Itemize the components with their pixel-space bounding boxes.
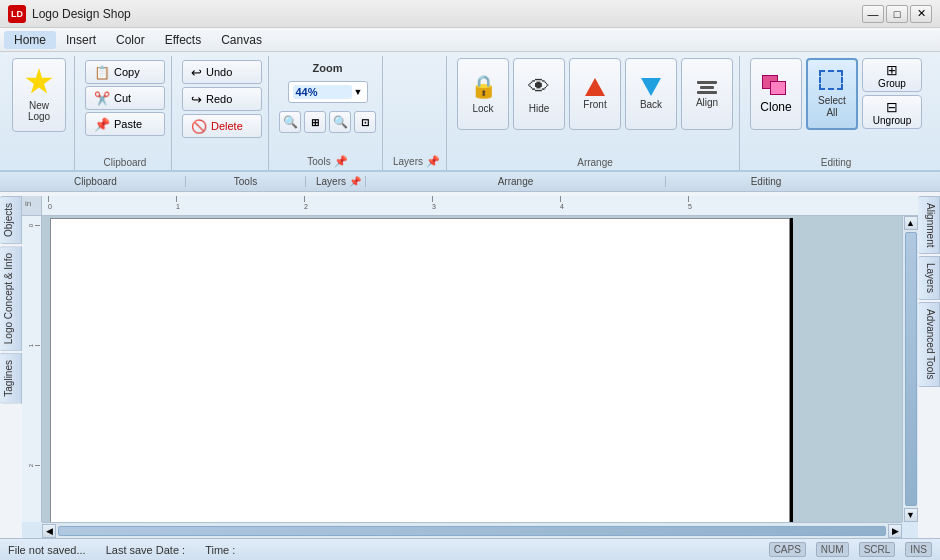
menu-insert[interactable]: Insert: [56, 31, 106, 49]
ruler-mark-3: 3: [432, 196, 436, 210]
front-icon: [585, 78, 605, 96]
ruler-mark-4: 4: [560, 196, 564, 210]
canvas-page: [50, 218, 790, 522]
hide-label: Hide: [529, 103, 550, 114]
sidebar-tab-taglines[interactable]: Taglines: [0, 353, 22, 404]
window-controls: — □ ✕: [862, 5, 932, 23]
hide-button[interactable]: 👁 Hide: [513, 58, 565, 130]
ungroup-icon: ⊟: [886, 99, 898, 115]
tools-section-label: Tools: [186, 176, 306, 187]
copy-button[interactable]: 📋 Copy: [85, 60, 165, 84]
undo-section: ↩ Undo ↪ Redo 🚫 Delete: [176, 56, 269, 170]
scroll-thumb-h[interactable]: [58, 526, 886, 536]
zoom-out-button[interactable]: 🔍: [279, 111, 301, 133]
ruler-mark-5: 5: [688, 196, 692, 210]
zoom-fit-button[interactable]: ⊞: [304, 111, 326, 133]
right-tab-alignment[interactable]: Alignment: [918, 196, 940, 254]
group-label: Group: [878, 78, 906, 89]
tools-label: Tools 📌: [307, 155, 347, 168]
sidebar-tab-logo-concept[interactable]: Logo Concept & Info: [0, 246, 22, 351]
menu-canvas[interactable]: Canvas: [211, 31, 272, 49]
scroll-up-button[interactable]: ▲: [904, 216, 918, 230]
eye-icon: 👁: [528, 74, 550, 100]
redo-button[interactable]: ↪ Redo: [182, 87, 262, 111]
cut-label: Cut: [114, 92, 131, 104]
menubar: Home Insert Color Effects Canvas: [0, 28, 940, 52]
scroll-left-button[interactable]: ◀: [42, 524, 56, 538]
delete-label: Delete: [211, 120, 243, 132]
scroll-thumb-v[interactable]: [905, 232, 917, 506]
arrange-section: 🔒 Lock 👁 Hide Front Back: [451, 56, 740, 170]
editing-section: Clone SelectAll ⊞ Group ⊟ Ungroup: [744, 56, 928, 170]
maximize-button[interactable]: □: [886, 5, 908, 23]
ruler-left-mark-2: 2: [28, 464, 40, 467]
new-logo-label: NewLogo: [28, 100, 50, 122]
tools-section: Zoom 44% ▼ 🔍 ⊞ 🔍 ⊡ Tools: [273, 56, 383, 170]
back-button[interactable]: Back: [625, 58, 677, 130]
undo-label: Undo: [206, 66, 232, 78]
cut-icon: ✂️: [94, 91, 110, 106]
menu-home[interactable]: Home: [4, 31, 56, 49]
zoom-value: 44%: [293, 85, 352, 99]
keyboard-status: CAPS NUM SCRL INS: [769, 542, 932, 557]
select-all-button[interactable]: SelectAll: [806, 58, 858, 130]
new-logo-button[interactable]: NewLogo: [12, 58, 66, 132]
undo-icon: ↩: [191, 65, 202, 80]
drawing-area[interactable]: [42, 216, 902, 522]
layers-section-label: Layers 📌: [306, 176, 366, 187]
zoom-actual-button[interactable]: ⊡: [354, 111, 376, 133]
menu-effects[interactable]: Effects: [155, 31, 211, 49]
zoom-actual-icon: ⊡: [361, 117, 369, 128]
delete-button[interactable]: 🚫 Delete: [182, 114, 262, 138]
front-button[interactable]: Front: [569, 58, 621, 130]
ruler-left-mark-1: 1: [28, 344, 40, 347]
titlebar: LD Logo Design Shop — □ ✕: [0, 0, 940, 28]
layers-pin-icon: 📌: [426, 155, 440, 168]
paste-button[interactable]: 📌 Paste: [85, 112, 165, 136]
editing-label: Editing: [821, 157, 852, 168]
lock-icon: 🔒: [470, 74, 497, 100]
ruler-mark-1: 1: [176, 196, 180, 210]
close-button[interactable]: ✕: [910, 5, 932, 23]
lock-label: Lock: [472, 103, 493, 114]
align-icon: [697, 81, 717, 94]
ungroup-label: Ungroup: [873, 115, 911, 126]
sidebar-tab-objects[interactable]: Objects: [0, 196, 22, 244]
file-status: File not saved...: [8, 544, 86, 556]
right-tab-layers[interactable]: Layers: [918, 256, 940, 300]
cut-button[interactable]: ✂️ Cut: [85, 86, 165, 110]
ruler-mark-2: 2: [304, 196, 308, 210]
group-button[interactable]: ⊞ Group: [862, 58, 922, 92]
zoom-in-button[interactable]: 🔍: [329, 111, 351, 133]
right-sidebar: Alignment Layers Advanced Tools: [918, 196, 940, 387]
ruler-mark-0: 0: [48, 196, 52, 210]
scroll-down-button[interactable]: ▼: [904, 508, 918, 522]
scrollbar-vertical[interactable]: ▲ ▼: [902, 216, 918, 522]
layers-section: Layers 📌: [387, 56, 447, 170]
lock-button[interactable]: 🔒 Lock: [457, 58, 509, 130]
right-tab-advanced-tools[interactable]: Advanced Tools: [918, 302, 940, 386]
copy-label: Copy: [114, 66, 140, 78]
undo-button[interactable]: ↩ Undo: [182, 60, 262, 84]
zoom-dropdown[interactable]: 44% ▼: [288, 81, 368, 103]
paste-icon: 📌: [94, 117, 110, 132]
minimize-button[interactable]: —: [862, 5, 884, 23]
clone-button[interactable]: Clone: [750, 58, 802, 130]
scrl-key: SCRL: [859, 542, 896, 557]
align-button[interactable]: Align: [681, 58, 733, 130]
scrollbar-horizontal[interactable]: ◀ ▶: [42, 522, 902, 538]
ruler-left: 0 1 2: [22, 216, 42, 522]
app-title: Logo Design Shop: [32, 7, 862, 21]
clipboard-label: Clipboard: [104, 157, 147, 168]
copy-icon: 📋: [94, 65, 110, 80]
caps-key: CAPS: [769, 542, 806, 557]
ungroup-button[interactable]: ⊟ Ungroup: [862, 95, 922, 129]
menu-color[interactable]: Color: [106, 31, 155, 49]
back-label: Back: [640, 99, 662, 110]
ins-key: INS: [905, 542, 932, 557]
star-icon: [25, 68, 53, 96]
scroll-right-button[interactable]: ▶: [888, 524, 902, 538]
canvas-line: [790, 218, 793, 522]
clip-buttons: 📋 Copy ✂️ Cut 📌 Paste: [85, 60, 165, 136]
paste-label: Paste: [114, 118, 142, 130]
